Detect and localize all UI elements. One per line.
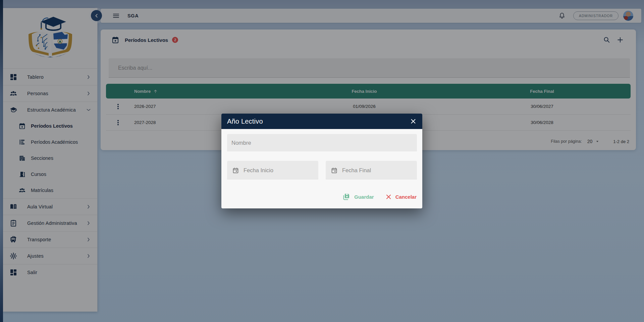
modal-title: Año Lectivo xyxy=(227,118,263,125)
save-button-label: Guardar xyxy=(354,194,374,200)
fecha-final-field[interactable]: Fecha Final xyxy=(326,161,417,180)
close-icon[interactable] xyxy=(410,118,417,125)
save-button[interactable]: Guardar xyxy=(342,193,374,201)
app-root: Tablero Personas Estructura Académica Pe… xyxy=(0,0,644,322)
nombre-field xyxy=(227,134,417,151)
fecha-final-placeholder: Fecha Final xyxy=(342,167,371,174)
cancel-button-label: Cancelar xyxy=(395,194,417,200)
nombre-input[interactable] xyxy=(227,134,417,151)
ano-lectivo-modal: Año Lectivo Fecha Inicio Fecha Final Gua… xyxy=(221,114,422,208)
modal-actions: Guardar Cancelar xyxy=(342,190,417,203)
cancel-button[interactable]: Cancelar xyxy=(385,194,417,200)
fecha-inicio-field[interactable]: Fecha Inicio xyxy=(227,161,318,180)
modal-header: Año Lectivo xyxy=(221,114,422,129)
calendar-icon xyxy=(331,167,338,174)
calendar-icon xyxy=(232,167,239,174)
cancel-x-icon xyxy=(385,194,392,200)
save-icon xyxy=(342,193,350,201)
fecha-inicio-placeholder: Fecha Inicio xyxy=(244,167,273,174)
